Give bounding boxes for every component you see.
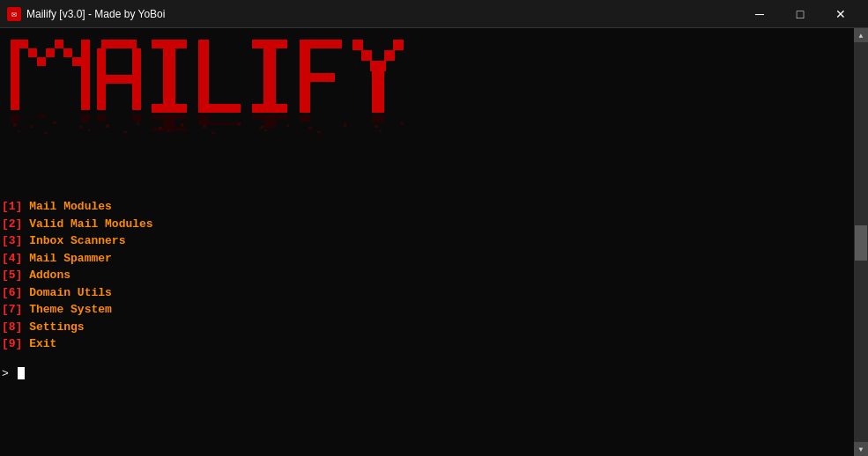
svg-rect-4 — [46, 48, 55, 57]
scroll-down-arrow[interactable]: ▼ — [854, 442, 868, 456]
svg-rect-62 — [181, 123, 183, 127]
svg-rect-29 — [393, 40, 404, 50]
svg-rect-10 — [81, 48, 90, 110]
svg-rect-69 — [375, 125, 378, 128]
svg-rect-73 — [88, 129, 91, 131]
svg-rect-38 — [37, 114, 46, 117]
svg-rect-60 — [137, 122, 139, 125]
svg-rect-43 — [152, 114, 187, 119]
svg-rect-1 — [19, 40, 28, 48]
svg-rect-12 — [110, 40, 128, 48]
prompt-area[interactable]: > — [0, 353, 854, 380]
terminal-area: [1] Mail Modules [2] Valid Mail Modules … — [0, 28, 854, 456]
svg-rect-20 — [198, 40, 209, 113]
svg-rect-50 — [263, 119, 276, 128]
cursor — [18, 367, 25, 379]
svg-rect-19 — [152, 104, 187, 113]
svg-rect-65 — [260, 126, 263, 129]
svg-rect-54 — [372, 119, 384, 122]
svg-rect-23 — [263, 48, 276, 106]
svg-rect-18 — [163, 48, 175, 106]
menu-item-3[interactable]: [3] Inbox Scanners — [2, 232, 854, 250]
svg-rect-70 — [401, 122, 404, 125]
prompt-char: > — [2, 367, 9, 380]
menu-item-4[interactable]: [4] Mail Spammer — [2, 250, 854, 268]
svg-rect-24 — [252, 104, 287, 113]
maximize-button[interactable]: □ — [780, 0, 820, 28]
svg-rect-76 — [211, 132, 215, 134]
svg-rect-17 — [152, 40, 187, 48]
svg-rect-71 — [18, 130, 20, 132]
svg-rect-6 — [63, 48, 72, 57]
svg-rect-3 — [37, 57, 46, 66]
scrollbar-thumb[interactable] — [855, 225, 867, 261]
scroll-up-arrow[interactable]: ▲ — [854, 28, 868, 42]
svg-rect-75 — [167, 130, 170, 132]
svg-rect-26 — [300, 40, 342, 48]
menu-item-9[interactable]: [9] Exit — [2, 335, 854, 353]
svg-rect-21 — [198, 104, 241, 113]
svg-rect-51 — [300, 114, 310, 119]
svg-rect-41 — [97, 119, 106, 121]
svg-rect-56 — [31, 125, 33, 128]
svg-rect-67 — [308, 127, 312, 129]
svg-rect-49 — [252, 114, 287, 119]
svg-rect-44 — [163, 119, 175, 128]
svg-rect-42 — [132, 119, 141, 121]
svg-rect-27 — [300, 73, 335, 82]
scrollbar[interactable]: ▲ ▼ — [854, 28, 868, 456]
svg-rect-5 — [55, 40, 63, 48]
svg-rect-28 — [352, 40, 363, 50]
svg-rect-34 — [11, 114, 19, 119]
svg-rect-63 — [203, 125, 206, 128]
svg-rect-53 — [372, 114, 384, 119]
svg-rect-48 — [198, 122, 241, 125]
svg-rect-2 — [28, 48, 37, 57]
title-bar-controls: ─ □ ✕ — [739, 0, 861, 28]
menu-item-6[interactable]: [6] Domain Utils — [2, 284, 854, 302]
svg-rect-77 — [264, 129, 267, 131]
svg-rect-52 — [300, 119, 310, 122]
svg-rect-30 — [361, 50, 372, 61]
svg-rect-11 — [101, 40, 110, 48]
svg-rect-66 — [286, 124, 289, 127]
svg-rect-79 — [379, 130, 382, 132]
svg-rect-40 — [132, 114, 141, 119]
menu-item-8[interactable]: [8] Settings — [2, 319, 854, 336]
menu-item-1[interactable]: [1] Mail Modules — [2, 198, 854, 216]
prompt-space — [9, 367, 16, 380]
svg-rect-7 — [72, 57, 81, 66]
svg-rect-59 — [106, 124, 109, 128]
title-bar-left: ✉ Mailify [v3.0] - Made by YoBoi — [7, 7, 165, 21]
menu-area: [1] Mail Modules [2] Valid Mail Modules … — [0, 191, 854, 353]
logo-container — [0, 28, 854, 191]
svg-rect-55 — [13, 123, 17, 127]
title-bar-title: Mailify [v3.0] - Made by YoBoi — [26, 8, 165, 20]
menu-item-5[interactable]: [5] Addons — [2, 267, 854, 284]
svg-rect-35 — [81, 114, 90, 119]
svg-rect-61 — [159, 127, 162, 129]
svg-rect-58 — [79, 126, 82, 129]
app-icon: ✉ — [7, 7, 21, 21]
svg-rect-74 — [123, 131, 127, 133]
menu-item-2[interactable]: [2] Valid Mail Modules — [2, 216, 854, 233]
title-bar: ✉ Mailify [v3.0] - Made by YoBoi ─ □ ✕ — [0, 0, 868, 28]
close-button[interactable]: ✕ — [820, 0, 861, 28]
menu-item-7[interactable]: [7] Theme System — [2, 301, 854, 319]
svg-rect-47 — [198, 119, 209, 122]
svg-rect-31 — [384, 50, 395, 61]
svg-rect-9 — [11, 48, 19, 110]
svg-rect-39 — [97, 114, 106, 119]
svg-rect-16 — [97, 75, 141, 84]
svg-rect-64 — [238, 122, 241, 126]
svg-rect-36 — [11, 119, 19, 122]
svg-rect-46 — [198, 114, 209, 119]
svg-rect-72 — [44, 132, 48, 134]
mailify-logo — [9, 35, 414, 189]
svg-rect-57 — [53, 121, 56, 124]
minimize-button[interactable]: ─ — [739, 0, 780, 28]
svg-rect-78 — [317, 131, 321, 133]
svg-rect-33 — [372, 71, 384, 113]
svg-rect-22 — [252, 40, 287, 48]
svg-rect-68 — [344, 123, 346, 127]
